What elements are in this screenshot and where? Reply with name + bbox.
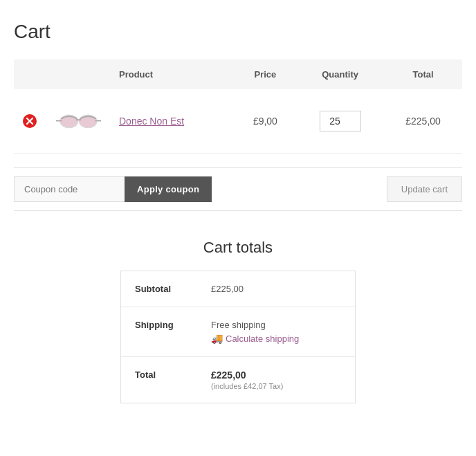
cart-actions: Apply coupon Update cart [14, 167, 462, 211]
subtotal-value: £225,00 [211, 284, 244, 294]
cart-totals-box: Subtotal £225,00 Shipping Free shipping … [120, 271, 356, 403]
total-amount-text: £225,00 [211, 370, 246, 381]
total-value: £225,00 (includes £42,07 Tax) [211, 370, 283, 390]
cart-totals-section: Cart totals Subtotal £225,00 Shipping Fr… [14, 239, 462, 403]
table-row: Donec Non Est £9,00 £225,00 [14, 89, 462, 154]
calculate-shipping-label: Calculate shipping [226, 334, 299, 344]
total-label: Total [135, 370, 211, 380]
calculate-shipping-link[interactable]: 🚚 Calculate shipping [211, 333, 299, 344]
product-thumbnail-cell [46, 89, 111, 154]
col-header-quantity: Quantity [296, 60, 384, 89]
col-header-remove [14, 60, 46, 89]
col-header-product: Product [111, 60, 235, 89]
shipping-value: Free shipping 🚚 Calculate shipping [211, 320, 299, 344]
product-name-link[interactable]: Donec Non Est [119, 116, 184, 127]
col-header-total: Total [384, 60, 462, 89]
product-name-cell: Donec Non Est [111, 89, 235, 154]
product-price-cell: £9,00 [235, 89, 296, 154]
product-thumbnail [54, 100, 102, 142]
subtotal-row: Subtotal £225,00 [121, 271, 355, 307]
remove-icon [22, 113, 37, 129]
product-total-cell: £225,00 [384, 89, 462, 154]
cart-totals-title: Cart totals [203, 239, 273, 257]
total-row: Total £225,00 (includes £42,07 Tax) [121, 357, 355, 403]
shipping-row: Shipping Free shipping 🚚 Calculate shipp… [121, 307, 355, 357]
tax-note: (includes £42,07 Tax) [211, 382, 283, 390]
update-cart-button[interactable]: Update cart [387, 176, 462, 202]
truck-icon: 🚚 [211, 333, 223, 344]
cart-table: Product Price Quantity Total [14, 60, 462, 154]
remove-item-button[interactable] [22, 113, 37, 129]
quantity-input[interactable] [320, 111, 361, 131]
subtotal-label: Subtotal [135, 284, 211, 294]
col-header-thumbnail [46, 60, 111, 89]
glasses-icon [56, 107, 101, 135]
coupon-area: Apply coupon [14, 176, 212, 202]
col-header-price: Price [235, 60, 296, 89]
page-title: Cart [14, 21, 462, 43]
free-shipping-text: Free shipping [211, 320, 299, 330]
product-quantity-cell [296, 89, 384, 154]
shipping-label: Shipping [135, 320, 211, 330]
coupon-input[interactable] [14, 176, 125, 202]
apply-coupon-button[interactable]: Apply coupon [125, 176, 212, 202]
remove-cell [14, 89, 46, 154]
